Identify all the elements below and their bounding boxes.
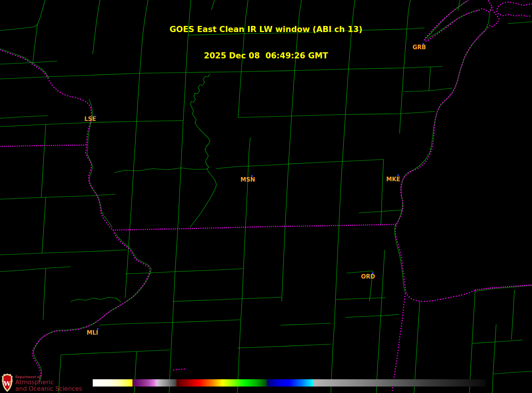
- title-line-product: GOES East Clean IR LW window (ABI ch 13): [0, 25, 532, 34]
- image-title: GOES East Clean IR LW window (ABI ch 13)…: [0, 8, 532, 78]
- station-label-GRB: GRB: [413, 45, 426, 50]
- station-label-MLI: MLI: [87, 330, 98, 336]
- station-dot-GRB: [422, 43, 424, 45]
- station-dot-LSE: [95, 116, 96, 117]
- crest-letter: W: [3, 380, 11, 387]
- station-label-MKE: MKE: [386, 177, 400, 182]
- logo-name-line2: and Oceanic Sciences: [15, 385, 82, 392]
- station-label-ORD: ORD: [361, 274, 375, 280]
- ir-temperature-colorbar: [93, 379, 486, 387]
- uw-aos-logo: W Department of Atmospheric and Oceanic …: [2, 373, 82, 392]
- station-dot-ORD: [372, 272, 374, 274]
- station-dot-MKE: [397, 174, 399, 176]
- title-line-timestamp: 2025 Dec 08 06:49:26 GMT: [0, 52, 532, 60]
- uw-crest-icon: W: [2, 373, 13, 392]
- border-fragment: [174, 369, 186, 370]
- station-label-MSN: MSN: [240, 177, 255, 183]
- station-dot-MLI: [97, 328, 98, 330]
- satellite-image-viewport: GOES East Clean IR LW window (ABI ch 13)…: [0, 0, 532, 393]
- logo-text: Department of Atmospheric and Oceanic Sc…: [15, 375, 82, 392]
- station-label-LSE: LSE: [84, 116, 96, 122]
- il-in-border: [392, 294, 405, 393]
- mn-ia-border: [0, 145, 87, 147]
- station-dot-MSN: [251, 175, 253, 177]
- logo-name-line1: Atmospheric: [15, 379, 82, 385]
- lake-south-shore-border: [476, 285, 532, 290]
- wi-il-border: [113, 224, 396, 230]
- mississippi-river-border-lower: [32, 230, 150, 382]
